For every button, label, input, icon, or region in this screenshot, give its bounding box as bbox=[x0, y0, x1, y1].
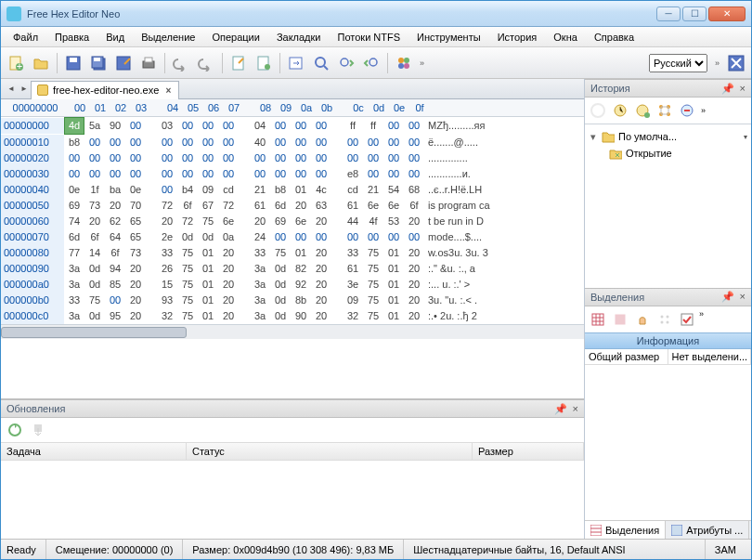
menu-файл[interactable]: Файл bbox=[5, 27, 46, 46]
menu-инструменты[interactable]: Инструменты bbox=[408, 27, 489, 46]
tab-close-button[interactable]: × bbox=[163, 85, 173, 95]
hex-row[interactable]: 0000008077146f73337501203375012033750120… bbox=[1, 245, 584, 261]
hex-row[interactable]: 00000010b8000000000000004000000000000000… bbox=[1, 135, 584, 150]
history-tree[interactable]: ▾ По умолча... ▾ Открытие bbox=[585, 124, 751, 288]
menu-окна[interactable]: Окна bbox=[545, 27, 586, 46]
hex-editor[interactable]: 00000000000102030405060708090a0b0c0d0e0f… bbox=[1, 99, 584, 398]
status-encoding: Шестнадцатеричные байты, 16, Default ANS… bbox=[403, 540, 705, 559]
menu-закладки[interactable]: Закладки bbox=[268, 27, 330, 46]
menu-вид[interactable]: Вид bbox=[97, 27, 133, 46]
maximize-button[interactable]: ☐ bbox=[682, 7, 707, 21]
find-button[interactable] bbox=[310, 52, 332, 74]
hex-scrollbar[interactable] bbox=[1, 324, 584, 339]
language-select[interactable]: Русский bbox=[649, 54, 707, 72]
history-back-button[interactable] bbox=[588, 100, 608, 121]
tab-selections[interactable]: Выделения bbox=[585, 521, 666, 539]
sel-hand-button[interactable] bbox=[632, 309, 653, 330]
hex-row[interactable]: 0000002000000000000000000000000000000000… bbox=[1, 150, 584, 166]
panel-close-button[interactable]: × bbox=[740, 291, 746, 303]
status-bar: Ready Смещение: 00000000 (0) Размер: 0x0… bbox=[1, 539, 751, 559]
edit-button[interactable] bbox=[227, 52, 250, 74]
panel-pin-button[interactable]: 📌 bbox=[721, 83, 734, 95]
redo-button[interactable] bbox=[195, 52, 217, 74]
status-size: Размер: 0x009d4b90 (10 308 496): 9,83 МБ bbox=[182, 540, 403, 559]
hex-row[interactable]: 0000005069732070726f6772616d2063616e6e6f… bbox=[1, 198, 584, 214]
history-tree-button[interactable] bbox=[655, 100, 675, 121]
toolbar-overflow2-icon[interactable]: » bbox=[715, 59, 720, 68]
panel-pin-button[interactable]: 📌 bbox=[554, 403, 567, 415]
menu-выделение[interactable]: Выделение bbox=[133, 27, 203, 46]
tab-label: free-hex-editor-neo.exe bbox=[53, 85, 159, 96]
save-button[interactable] bbox=[62, 52, 84, 74]
hex-row[interactable]: 000000400e1fba0e00b409cd21b8014ccd215468… bbox=[1, 182, 584, 198]
svg-point-18 bbox=[398, 58, 404, 63]
history-overflow-icon[interactable]: » bbox=[701, 106, 706, 115]
toolbar-overflow-icon[interactable]: » bbox=[420, 59, 424, 68]
history-root[interactable]: ▾ По умолча... ▾ bbox=[589, 128, 747, 145]
menu-справка[interactable]: Справка bbox=[586, 27, 642, 46]
close-button[interactable]: ✕ bbox=[708, 7, 746, 21]
selection-tabs: Выделения Атрибуты ... bbox=[585, 520, 751, 539]
panel-pin-button[interactable]: 📌 bbox=[721, 291, 734, 303]
updates-col-status[interactable]: Статус bbox=[187, 443, 473, 460]
settings-button[interactable] bbox=[393, 52, 415, 74]
updates-header: Задача Статус Размер bbox=[1, 442, 584, 461]
menu-потоки ntfs[interactable]: Потоки NTFS bbox=[330, 27, 409, 46]
minimize-button[interactable]: ─ bbox=[656, 7, 681, 21]
menu-операции[interactable]: Операции bbox=[203, 27, 267, 46]
new-file-button[interactable]: + bbox=[5, 52, 27, 74]
menu-правка[interactable]: Правка bbox=[46, 27, 97, 46]
goto-button[interactable] bbox=[285, 52, 307, 74]
history-clock1-button[interactable] bbox=[610, 100, 630, 121]
sel-bits-button[interactable] bbox=[655, 309, 675, 330]
properties-button[interactable] bbox=[253, 52, 275, 74]
updates-col-size[interactable]: Размер bbox=[473, 443, 584, 460]
app-icon bbox=[6, 7, 21, 21]
save-all-button[interactable] bbox=[87, 52, 110, 74]
find-prev-button[interactable] bbox=[360, 52, 382, 74]
svg-rect-10 bbox=[145, 58, 152, 62]
hex-row[interactable]: 000000903a0d9420267501203a0d822061750120… bbox=[1, 261, 584, 277]
updates-toolbar bbox=[1, 418, 584, 442]
hex-row[interactable]: 000000a03a0d8520157501203a0d92203e750120… bbox=[1, 277, 584, 293]
svg-rect-34 bbox=[592, 314, 603, 325]
open-file-button[interactable] bbox=[30, 52, 52, 74]
updates-list bbox=[1, 461, 584, 539]
selection-info-row: Общий размер Нет выделени... bbox=[585, 349, 751, 365]
document-tab[interactable]: free-hex-editor-neo.exe × bbox=[31, 81, 179, 99]
sel-range-button[interactable] bbox=[610, 309, 630, 330]
svg-rect-40 bbox=[681, 314, 693, 325]
grid-icon bbox=[590, 525, 602, 536]
open-icon bbox=[609, 147, 622, 160]
panel-close-button[interactable]: × bbox=[573, 403, 578, 415]
updates-col-task[interactable]: Задача bbox=[1, 443, 187, 460]
history-item-open[interactable]: Открытие bbox=[589, 145, 747, 162]
tab-attributes[interactable]: Атрибуты ... bbox=[666, 521, 749, 539]
print-button[interactable] bbox=[137, 52, 160, 74]
hex-row[interactable]: 000000706d6f64652e0d0d0a2400000000000000… bbox=[1, 229, 584, 245]
panel-close-button[interactable]: × bbox=[740, 83, 746, 95]
find-next-button[interactable] bbox=[335, 52, 357, 74]
sel-check-button[interactable] bbox=[677, 309, 697, 330]
menu-история[interactable]: История bbox=[489, 27, 546, 46]
svg-point-17 bbox=[370, 59, 377, 66]
updates-refresh-button[interactable] bbox=[5, 420, 25, 440]
hex-row[interactable]: 00000030000000000000000000000000e8000000… bbox=[1, 166, 584, 182]
save-as-button[interactable] bbox=[112, 52, 135, 74]
history-clock2-button[interactable] bbox=[632, 100, 653, 121]
updates-dl-button[interactable] bbox=[28, 420, 48, 440]
svg-point-39 bbox=[667, 320, 669, 323]
hex-row[interactable]: 000000b033750020937501203a0d8b2009750120… bbox=[1, 293, 584, 308]
help-button[interactable] bbox=[725, 52, 747, 74]
hex-row[interactable]: 000000004d5a90000300000004000000ffff0000… bbox=[1, 117, 584, 135]
menu-bar: ФайлПравкаВидВыделениеОперацииЗакладкиПо… bbox=[1, 27, 751, 47]
sel-grid-button[interactable] bbox=[588, 309, 608, 330]
history-clear-button[interactable] bbox=[677, 100, 697, 121]
svg-rect-42 bbox=[671, 525, 682, 536]
tab-next-button[interactable]: ► bbox=[18, 83, 31, 96]
tab-prev-button[interactable]: ◄ bbox=[5, 83, 18, 96]
sel-overflow-icon[interactable]: » bbox=[699, 309, 704, 330]
hex-row[interactable]: 000000c03a0d9520327501203a0d902032750120… bbox=[1, 308, 584, 324]
undo-button[interactable] bbox=[170, 52, 192, 74]
hex-row[interactable]: 00000060742062652072756e20696e20444f5320… bbox=[1, 214, 584, 229]
